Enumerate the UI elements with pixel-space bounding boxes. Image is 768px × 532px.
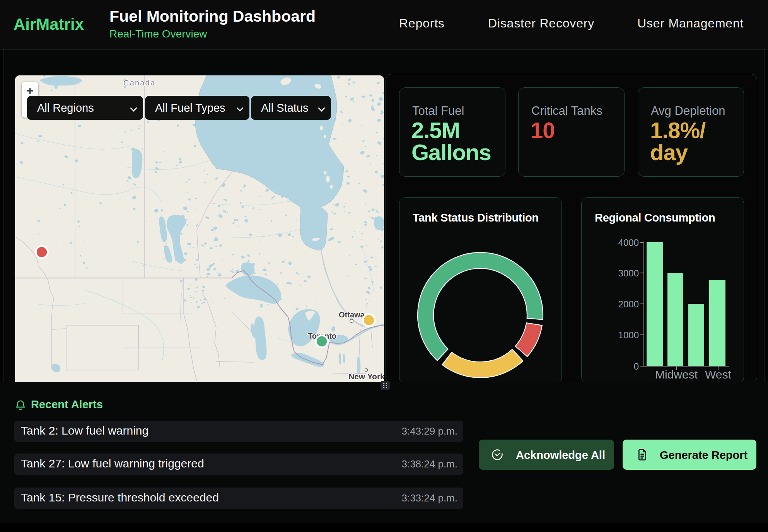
svg-text:Canada: Canada	[123, 78, 155, 87]
svg-text:New York: New York	[348, 372, 384, 381]
svg-text:3000: 3000	[618, 268, 639, 278]
svg-text:1000: 1000	[618, 330, 639, 340]
svg-text:West: West	[705, 368, 731, 381]
svg-text:Ottawa: Ottawa	[339, 310, 365, 319]
svg-text:Midwest: Midwest	[655, 368, 698, 381]
svg-text:4000: 4000	[618, 237, 639, 248]
svg-text:0: 0	[634, 361, 639, 372]
svg-text:2000: 2000	[618, 299, 639, 309]
